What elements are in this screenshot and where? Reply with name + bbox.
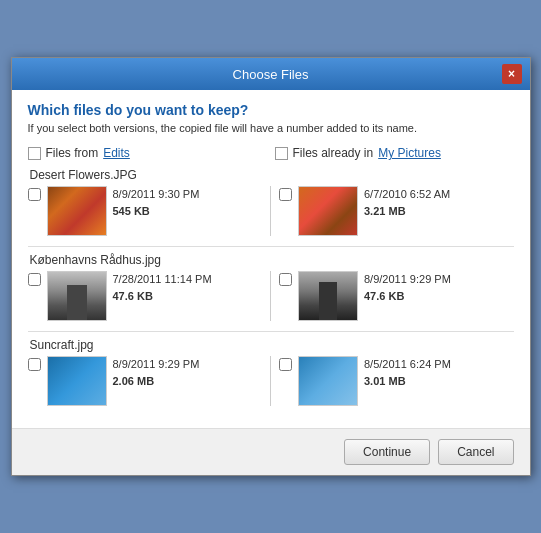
file-size-right: 3.21 MB [364,203,450,220]
left-column-label[interactable]: Files from Edits [28,146,267,160]
file-group: Desert Flowers.JPG8/9/2011 9:30 PM545 KB… [28,168,514,236]
right-column-label[interactable]: Files already in My Pictures [275,146,514,160]
file-info-right: 6/7/2010 6:52 AM3.21 MB [364,186,450,219]
file-groups: Desert Flowers.JPG8/9/2011 9:30 PM545 KB… [28,168,514,406]
file-info-left: 8/9/2011 9:29 PM2.06 MB [113,356,200,389]
file-info-left: 7/28/2011 11:14 PM47.6 KB [113,271,212,304]
file-size-left: 47.6 KB [113,288,212,305]
file-row: 7/28/2011 11:14 PM47.6 KB8/9/2011 9:29 P… [28,271,514,321]
file-checkbox-left[interactable] [28,358,41,371]
right-check-text: Files already in [293,146,374,160]
file-thumbnail-left [47,356,107,406]
column-divider [270,186,271,236]
question-text: Which files do you want to keep? [28,102,514,118]
file-size-right: 47.6 KB [364,288,451,305]
cancel-button[interactable]: Cancel [438,439,513,465]
left-link[interactable]: Edits [103,146,130,160]
file-datetime-left: 8/9/2011 9:29 PM [113,356,200,373]
file-info-right: 8/9/2011 9:29 PM47.6 KB [364,271,451,304]
column-divider [270,356,271,406]
file-checkbox-left[interactable] [28,188,41,201]
file-thumbnail-left [47,186,107,236]
file-entry-right: 8/5/2011 6:24 PM3.01 MB [279,356,514,406]
continue-button[interactable]: Continue [344,439,430,465]
left-header-checkbox[interactable] [28,147,41,160]
file-row: 8/9/2011 9:30 PM545 KB6/7/2010 6:52 AM3.… [28,186,514,236]
dialog-content: Which files do you want to keep? If you … [12,90,530,428]
file-thumbnail-right [298,356,358,406]
left-check-text: Files from [46,146,99,160]
right-column-header: Files already in My Pictures [275,146,514,160]
dialog-title: Choose Files [40,67,502,82]
file-row: 8/9/2011 9:29 PM2.06 MB8/5/2011 6:24 PM3… [28,356,514,406]
file-checkbox-left[interactable] [28,273,41,286]
file-info-left: 8/9/2011 9:30 PM545 KB [113,186,200,219]
file-entry-right: 6/7/2010 6:52 AM3.21 MB [279,186,514,236]
columns-header: Files from Edits Files already in My Pic… [28,146,514,160]
file-size-right: 3.01 MB [364,373,451,390]
column-divider [270,271,271,321]
left-column-header: Files from Edits [28,146,267,160]
file-entry-left: 7/28/2011 11:14 PM47.6 KB [28,271,263,321]
subtitle-text: If you select both versions, the copied … [28,122,514,134]
file-entry-right: 8/9/2011 9:29 PM47.6 KB [279,271,514,321]
file-checkbox-right[interactable] [279,358,292,371]
file-thumbnail-right [298,271,358,321]
file-datetime-left: 8/9/2011 9:30 PM [113,186,200,203]
right-link[interactable]: My Pictures [378,146,441,160]
title-bar: Choose Files × [12,58,530,90]
dialog-window: Choose Files × Which files do you want t… [11,57,531,476]
file-name: Suncraft.jpg [28,338,514,352]
file-datetime-right: 8/9/2011 9:29 PM [364,271,451,288]
right-header-checkbox[interactable] [275,147,288,160]
close-button[interactable]: × [502,64,522,84]
file-thumbnail-right [298,186,358,236]
file-datetime-left: 7/28/2011 11:14 PM [113,271,212,288]
dialog-footer: Continue Cancel [12,428,530,475]
file-size-left: 2.06 MB [113,373,200,390]
file-checkbox-right[interactable] [279,188,292,201]
file-entry-left: 8/9/2011 9:30 PM545 KB [28,186,263,236]
file-datetime-right: 6/7/2010 6:52 AM [364,186,450,203]
file-info-right: 8/5/2011 6:24 PM3.01 MB [364,356,451,389]
file-checkbox-right[interactable] [279,273,292,286]
file-group: Suncraft.jpg8/9/2011 9:29 PM2.06 MB8/5/2… [28,338,514,406]
file-name: Desert Flowers.JPG [28,168,514,182]
file-size-left: 545 KB [113,203,200,220]
file-entry-left: 8/9/2011 9:29 PM2.06 MB [28,356,263,406]
file-datetime-right: 8/5/2011 6:24 PM [364,356,451,373]
file-name: Københavns Rådhus.jpg [28,253,514,267]
file-thumbnail-left [47,271,107,321]
file-group: Københavns Rådhus.jpg7/28/2011 11:14 PM4… [28,253,514,321]
